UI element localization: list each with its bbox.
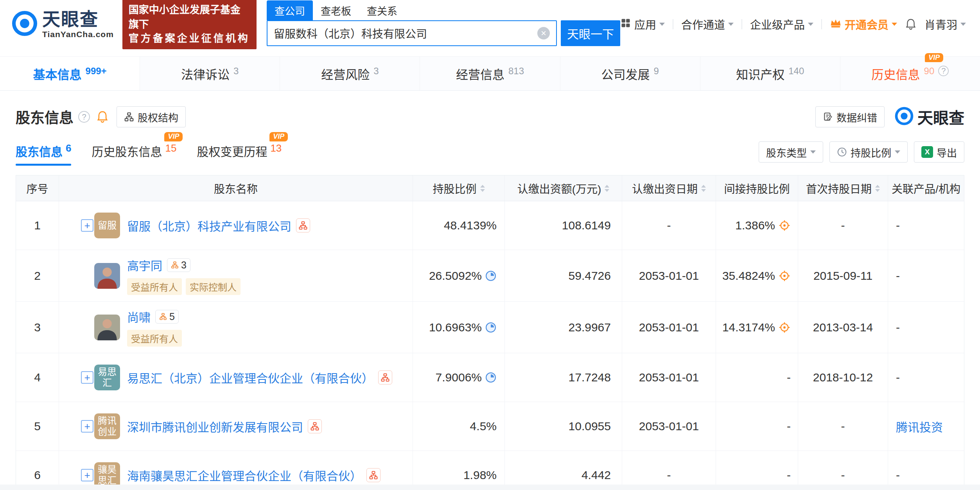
nav-apps[interactable]: 应用: [620, 16, 665, 32]
related-value: -: [896, 269, 900, 283]
cert-badge-line1: 国家中小企业发展子基金旗下: [129, 3, 250, 31]
subtab-count: 13: [270, 142, 282, 154]
subtab-label: 股东信息: [16, 142, 63, 159]
cell-ratio: 1.98%: [413, 451, 505, 490]
tab-history-info[interactable]: VIP 历史信息 90 ?: [840, 57, 980, 90]
clear-input-icon[interactable]: ×: [537, 27, 550, 39]
equity-chart-icon[interactable]: [296, 218, 310, 232]
row-number: 2: [34, 269, 41, 283]
subtab-label: 历史股东信息: [92, 142, 162, 159]
nav-user[interactable]: 肖青羽: [924, 16, 966, 32]
tab-business-info[interactable]: 经营信息 813: [420, 57, 560, 90]
chevron-down-icon: [659, 23, 665, 26]
related-product-link[interactable]: 腾讯投资: [896, 418, 943, 435]
ratio-filter-label: 持股比例: [851, 145, 891, 159]
search-tab-boss[interactable]: 查老板: [313, 0, 359, 20]
sort-icon[interactable]: [875, 185, 880, 192]
header-label: 认缴出资额(万元): [517, 181, 601, 196]
table-row: 2 高宇同 3 受益所有人 实际控制人: [16, 250, 964, 302]
expand-button[interactable]: +: [81, 219, 93, 232]
vip-badge: VIP: [269, 132, 288, 141]
equity-chart-icon[interactable]: [378, 370, 392, 384]
shareholder-name-link[interactable]: 深圳市腾讯创业创新发展有限公司: [127, 418, 303, 435]
cell-shareholder: + 骧昊思汇 海南骧昊思汇企业管理合伙企业（有限合伙）: [59, 451, 413, 490]
sort-icon[interactable]: [605, 185, 609, 192]
avatar-text: 留服: [98, 220, 117, 231]
tab-intellectual-property[interactable]: 知识产权 140: [700, 57, 840, 90]
shareholder-name-link[interactable]: 海南骧昊思汇企业管理合伙企业（有限合伙）: [127, 467, 362, 484]
search-input[interactable]: 留服数科（北京）科技有限公司 ×: [267, 20, 557, 46]
help-icon[interactable]: ?: [78, 111, 90, 123]
ratio-history-icon[interactable]: [485, 322, 497, 333]
export-button[interactable]: X 导出: [914, 141, 964, 163]
expand-button[interactable]: +: [81, 420, 93, 433]
partner-count-chip[interactable]: 5: [155, 310, 179, 324]
tab-count: 140: [788, 66, 804, 77]
amount-value: 17.7248: [569, 371, 611, 384]
header-label: 持股比例: [433, 181, 476, 196]
search-button[interactable]: 天眼一下: [561, 20, 620, 46]
avatar-text: 易思: [98, 367, 117, 377]
table-row: 3 尚啸 5 受益所有人 10.6963%: [16, 302, 964, 353]
avatar-text: 创业: [98, 426, 117, 437]
equity-structure-button[interactable]: 股权结构: [117, 106, 186, 127]
expand-button[interactable]: +: [81, 371, 93, 384]
chevron-down-icon: [892, 23, 897, 26]
cell-related: -: [888, 201, 964, 250]
shareholder-type-filter[interactable]: 股东类型: [759, 141, 823, 163]
ratio-value: 26.5092%: [429, 269, 482, 283]
sort-icon[interactable]: [701, 185, 706, 192]
tianyancha-logo-icon: [895, 107, 914, 127]
data-correction-button[interactable]: 数据纠错: [815, 106, 885, 127]
equity-penetration-icon[interactable]: [778, 219, 791, 232]
cell-first-date: 2015-09-11: [798, 250, 888, 301]
tianyancha-logo[interactable]: 天眼查 TianYanCha.com: [12, 10, 114, 38]
header-ratio: 持股比例: [413, 175, 505, 201]
subscribe-bell-icon[interactable]: [96, 110, 109, 123]
equity-structure-label: 股权结构: [138, 110, 178, 124]
date-value: 2053-01-01: [639, 371, 699, 384]
shareholder-name-link[interactable]: 尚啸: [127, 308, 151, 325]
cell-indirect: 1.386%: [716, 201, 798, 250]
tab-basic-info[interactable]: 基本信息 999+: [0, 57, 140, 90]
shareholder-name-link[interactable]: 易思汇（北京）企业管理合伙企业（有限合伙）: [127, 369, 373, 386]
shareholder-tag: 受益所有人: [127, 330, 182, 347]
table-row: 4 + 易思汇 易思汇（北京）企业管理合伙企业（有限合伙） 7.9006% 17…: [16, 353, 964, 402]
cell-no: 6: [16, 451, 59, 490]
tab-operation-risk[interactable]: 经营风险 3: [280, 57, 420, 90]
subtab-equity-changes[interactable]: 股权变更历程 13 VIP: [197, 142, 282, 166]
org-chart-icon: [124, 112, 134, 122]
nav-vip-upgrade[interactable]: 开通会员: [830, 16, 897, 32]
ratio-history-icon[interactable]: [485, 372, 497, 383]
company-section-tabs: 基本信息 999+ 法律诉讼 3 经营风险 3 经营信息 813 公司发展: [0, 56, 980, 91]
equity-penetration-icon[interactable]: [778, 321, 791, 334]
tab-legal-litigation[interactable]: 法律诉讼 3: [140, 57, 280, 90]
ratio-filter[interactable]: 持股比例: [829, 141, 908, 163]
row-number: 5: [34, 420, 41, 433]
header: 天眼查 TianYanCha.com 国家中小企业发展子基金旗下 官方备案企业征…: [0, 0, 980, 46]
equity-penetration-icon[interactable]: [778, 270, 791, 282]
sort-icon[interactable]: [480, 185, 485, 192]
search-tab-company[interactable]: 查公司: [267, 0, 313, 20]
partner-count-chip[interactable]: 3: [167, 258, 190, 272]
search-tab-relation[interactable]: 查关系: [359, 0, 405, 20]
equity-chart-icon[interactable]: [308, 419, 322, 433]
expand-button[interactable]: +: [81, 469, 93, 481]
header-first-date: 首次持股日期: [798, 175, 888, 201]
tab-company-development[interactable]: 公司发展 9: [560, 57, 700, 90]
notification-bell-icon[interactable]: [905, 18, 917, 30]
nav-partnership[interactable]: 合作通道: [681, 16, 734, 32]
nav-enterprise[interactable]: 企业级产品: [750, 16, 813, 32]
subtab-history-shareholders[interactable]: 历史股东信息 15 VIP: [92, 142, 176, 166]
tab-count: 90: [924, 66, 935, 77]
equity-chart-icon[interactable]: [366, 468, 381, 482]
cell-first-date: 2018-10-12: [798, 353, 888, 402]
help-icon[interactable]: ?: [938, 66, 949, 76]
avatar-text: 汇: [102, 377, 112, 388]
related-value: -: [896, 469, 900, 482]
ratio-history-icon[interactable]: [485, 270, 497, 282]
subtab-shareholders[interactable]: 股东信息 6: [16, 142, 71, 166]
avatar-text: 腾讯: [98, 415, 117, 426]
shareholder-name-link[interactable]: 高宇同: [127, 256, 162, 274]
shareholder-name-link[interactable]: 留服（北京）科技产业有限公司: [127, 217, 291, 234]
